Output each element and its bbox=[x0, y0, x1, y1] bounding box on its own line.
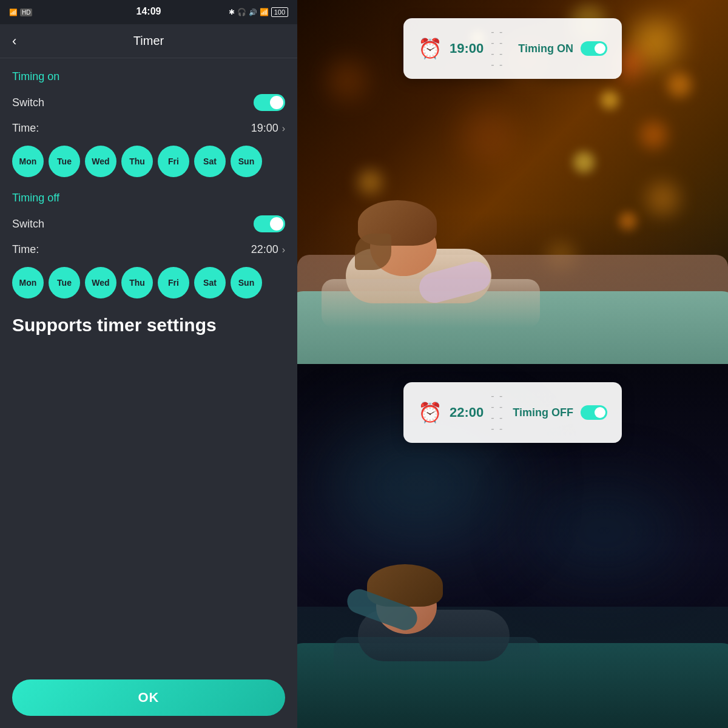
timing-on-label: Timing on bbox=[12, 70, 285, 83]
timing-off-days: Mon Tue Wed Thu Fri Sat Sun bbox=[12, 267, 285, 298]
timer-on-toggle-card[interactable] bbox=[581, 41, 607, 56]
day-mon-off[interactable]: Mon bbox=[12, 267, 44, 298]
timing-off-section: Timing off Switch Time: 22:00 › Mon Tue … bbox=[12, 192, 285, 298]
ok-button[interactable]: OK bbox=[12, 679, 285, 716]
clock-icon-top: ⏰ bbox=[418, 37, 442, 60]
timer-off-toggle-card[interactable] bbox=[581, 405, 607, 420]
chevron-icon-2: › bbox=[282, 244, 285, 255]
right-panel: ⏰ 19:00 - - - - - - - - Timing ON ⏰ bbox=[297, 0, 728, 728]
timer-on-dots: - - - - - - - - bbox=[491, 27, 511, 70]
day-sun-on[interactable]: Sun bbox=[231, 146, 262, 177]
timing-off-switch-label: Switch bbox=[12, 218, 44, 231]
day-tue-off[interactable]: Tue bbox=[49, 267, 80, 298]
timing-on-switch-label: Switch bbox=[12, 96, 44, 109]
volume-icon: 🔊 bbox=[249, 8, 257, 16]
timer-on-time: 19:00 bbox=[450, 41, 484, 56]
timing-on-toggle[interactable] bbox=[254, 94, 285, 111]
timer-card-top: ⏰ 19:00 - - - - - - - - Timing ON bbox=[403, 18, 622, 79]
timing-off-switch-row: Switch bbox=[12, 215, 285, 232]
timing-off-time-row[interactable]: Time: 22:00 › bbox=[12, 243, 285, 256]
phone-panel: 📶 HD 14:09 ✱ 🎧 🔊 📶 100 ‹ Timer Timing on… bbox=[0, 0, 297, 728]
timing-on-time-value[interactable]: 19:00 › bbox=[251, 122, 285, 135]
day-fri-off[interactable]: Fri bbox=[158, 267, 189, 298]
timer-off-dots: - - - - - - - - bbox=[491, 391, 505, 434]
day-thu-off[interactable]: Thu bbox=[121, 267, 153, 298]
supports-timer-text: Supports timer settings bbox=[12, 313, 285, 337]
status-left: 📶 HD bbox=[9, 8, 32, 16]
clock-icon-bottom: ⏰ bbox=[418, 401, 442, 424]
day-tue-on[interactable]: Tue bbox=[49, 146, 80, 177]
timing-off-toggle[interactable] bbox=[254, 215, 285, 232]
wifi-icon: 📶 bbox=[260, 8, 269, 16]
timing-on-time-label: Time: bbox=[12, 122, 39, 135]
timer-off-time: 22:00 bbox=[450, 405, 484, 420]
signal-icon: 📶 bbox=[9, 8, 18, 16]
timer-on-label: Timing ON bbox=[518, 42, 573, 55]
day-fri-on[interactable]: Fri bbox=[158, 146, 189, 177]
timing-off-time-value[interactable]: 22:00 › bbox=[251, 243, 285, 256]
page-title: Timer bbox=[133, 34, 164, 48]
hd-badge: HD bbox=[20, 8, 32, 16]
timing-on-switch-row: Switch bbox=[12, 94, 285, 111]
scene-bottom: ⏰ 22:00 - - - - - - - - Timing OFF bbox=[297, 364, 728, 728]
chevron-icon: › bbox=[282, 123, 285, 134]
bluetooth-icon: ✱ bbox=[229, 8, 235, 16]
scene-top: ⏰ 19:00 - - - - - - - - Timing ON bbox=[297, 0, 728, 364]
day-sun-off[interactable]: Sun bbox=[231, 267, 262, 298]
timing-off-time-label: Time: bbox=[12, 243, 39, 256]
battery-icon: 100 bbox=[271, 7, 288, 17]
status-time: 14:09 bbox=[136, 6, 161, 17]
app-header: ‹ Timer bbox=[0, 24, 297, 58]
timer-off-label: Timing OFF bbox=[513, 406, 573, 419]
status-right: ✱ 🎧 🔊 📶 100 bbox=[229, 7, 288, 17]
timing-off-label: Timing off bbox=[12, 192, 285, 204]
day-wed-off[interactable]: Wed bbox=[85, 267, 116, 298]
timing-on-time-row[interactable]: Time: 19:00 › bbox=[12, 122, 285, 135]
timing-on-days: Mon Tue Wed Thu Fri Sat Sun bbox=[12, 146, 285, 177]
day-mon-on[interactable]: Mon bbox=[12, 146, 44, 177]
timer-card-bottom: ⏰ 22:00 - - - - - - - - Timing OFF bbox=[403, 382, 622, 443]
day-sat-off[interactable]: Sat bbox=[194, 267, 226, 298]
day-sat-on[interactable]: Sat bbox=[194, 146, 226, 177]
day-wed-on[interactable]: Wed bbox=[85, 146, 116, 177]
day-thu-on[interactable]: Thu bbox=[121, 146, 153, 177]
timing-on-section: Timing on Switch Time: 19:00 › Mon Tue W… bbox=[12, 70, 285, 177]
back-button[interactable]: ‹ bbox=[12, 33, 16, 49]
headphone-icon: 🎧 bbox=[237, 8, 246, 16]
content-area: Timing on Switch Time: 19:00 › Mon Tue W… bbox=[0, 58, 297, 667]
status-bar: 📶 HD 14:09 ✱ 🎧 🔊 📶 100 bbox=[0, 0, 297, 24]
